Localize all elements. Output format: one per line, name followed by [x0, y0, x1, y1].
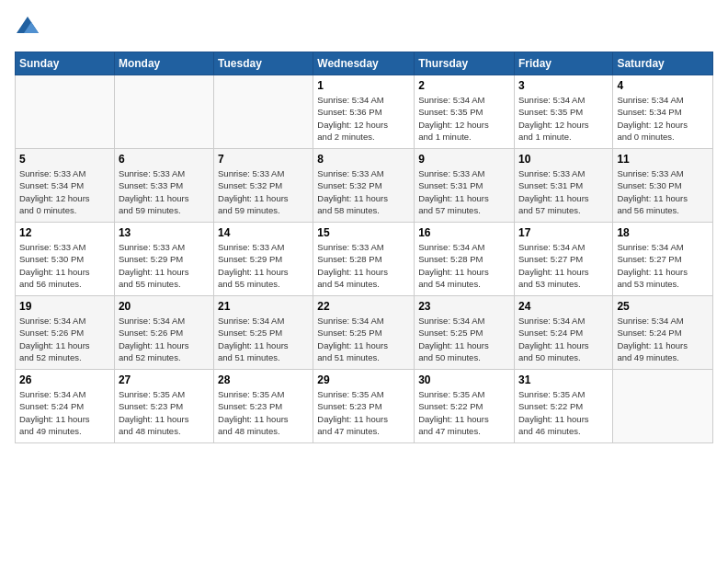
- calendar-body: 1Sunrise: 5:34 AM Sunset: 5:36 PM Daylig…: [16, 75, 713, 443]
- day-info: Sunrise: 5:33 AM Sunset: 5:32 PM Dayligh…: [317, 167, 410, 216]
- day-info: Sunrise: 5:34 AM Sunset: 5:26 PM Dayligh…: [19, 315, 110, 363]
- calendar-week-4: 19Sunrise: 5:34 AM Sunset: 5:26 PM Dayli…: [16, 296, 713, 370]
- day-info: Sunrise: 5:34 AM Sunset: 5:24 PM Dayligh…: [518, 315, 609, 363]
- weekday-header-tuesday: Tuesday: [214, 52, 313, 75]
- day-number: 1: [317, 79, 410, 92]
- calendar-cell: 27Sunrise: 5:35 AM Sunset: 5:23 PM Dayli…: [114, 370, 213, 443]
- day-info: Sunrise: 5:34 AM Sunset: 5:24 PM Dayligh…: [19, 388, 110, 437]
- calendar-cell: 2Sunrise: 5:34 AM Sunset: 5:35 PM Daylig…: [415, 75, 515, 149]
- weekday-header-wednesday: Wednesday: [313, 52, 415, 75]
- calendar-cell: [16, 75, 115, 149]
- day-info: Sunrise: 5:35 AM Sunset: 5:23 PM Dayligh…: [317, 388, 410, 437]
- weekday-row: SundayMondayTuesdayWednesdayThursdayFrid…: [16, 52, 713, 75]
- day-info: Sunrise: 5:34 AM Sunset: 5:35 PM Dayligh…: [518, 94, 609, 143]
- day-info: Sunrise: 5:33 AM Sunset: 5:34 PM Dayligh…: [19, 167, 110, 216]
- calendar-cell: 5Sunrise: 5:33 AM Sunset: 5:34 PM Daylig…: [16, 149, 115, 223]
- day-info: Sunrise: 5:34 AM Sunset: 5:34 PM Dayligh…: [617, 94, 709, 143]
- calendar-cell: 1Sunrise: 5:34 AM Sunset: 5:36 PM Daylig…: [313, 75, 415, 149]
- day-info: Sunrise: 5:33 AM Sunset: 5:31 PM Dayligh…: [518, 167, 609, 216]
- calendar-cell: 10Sunrise: 5:33 AM Sunset: 5:31 PM Dayli…: [514, 149, 612, 223]
- weekday-header-friday: Friday: [514, 52, 612, 75]
- day-number: 28: [218, 373, 309, 386]
- day-info: Sunrise: 5:33 AM Sunset: 5:29 PM Dayligh…: [218, 241, 309, 290]
- day-info: Sunrise: 5:33 AM Sunset: 5:33 PM Dayligh…: [119, 167, 210, 216]
- day-number: 27: [119, 373, 210, 386]
- day-number: 15: [317, 226, 410, 239]
- day-number: 21: [218, 300, 309, 313]
- calendar-cell: 30Sunrise: 5:35 AM Sunset: 5:22 PM Dayli…: [415, 370, 515, 443]
- day-number: 16: [418, 226, 510, 239]
- calendar-week-2: 5Sunrise: 5:33 AM Sunset: 5:34 PM Daylig…: [16, 149, 713, 223]
- calendar-week-1: 1Sunrise: 5:34 AM Sunset: 5:36 PM Daylig…: [16, 75, 713, 149]
- day-info: Sunrise: 5:34 AM Sunset: 5:36 PM Dayligh…: [317, 94, 410, 143]
- day-info: Sunrise: 5:33 AM Sunset: 5:28 PM Dayligh…: [317, 241, 410, 290]
- calendar-cell: 20Sunrise: 5:34 AM Sunset: 5:26 PM Dayli…: [114, 296, 213, 370]
- calendar-cell: [214, 75, 313, 149]
- day-number: 19: [19, 300, 110, 313]
- calendar-cell: 12Sunrise: 5:33 AM Sunset: 5:30 PM Dayli…: [16, 223, 115, 296]
- day-info: Sunrise: 5:34 AM Sunset: 5:25 PM Dayligh…: [418, 315, 510, 363]
- day-number: 29: [317, 373, 410, 386]
- calendar-cell: 11Sunrise: 5:33 AM Sunset: 5:30 PM Dayli…: [613, 149, 713, 223]
- logo: [15, 15, 44, 40]
- day-info: Sunrise: 5:34 AM Sunset: 5:25 PM Dayligh…: [218, 315, 309, 363]
- day-number: 23: [418, 300, 510, 313]
- calendar-cell: 4Sunrise: 5:34 AM Sunset: 5:34 PM Daylig…: [613, 75, 713, 149]
- day-info: Sunrise: 5:35 AM Sunset: 5:22 PM Dayligh…: [518, 388, 609, 437]
- calendar-cell: 14Sunrise: 5:33 AM Sunset: 5:29 PM Dayli…: [214, 223, 313, 296]
- day-number: 9: [418, 153, 510, 166]
- weekday-header-saturday: Saturday: [613, 52, 713, 75]
- day-number: 7: [218, 153, 309, 166]
- calendar-cell: 22Sunrise: 5:34 AM Sunset: 5:25 PM Dayli…: [313, 296, 415, 370]
- day-info: Sunrise: 5:35 AM Sunset: 5:23 PM Dayligh…: [218, 388, 309, 437]
- calendar-cell: 15Sunrise: 5:33 AM Sunset: 5:28 PM Dayli…: [313, 223, 415, 296]
- day-info: Sunrise: 5:34 AM Sunset: 5:24 PM Dayligh…: [617, 315, 709, 363]
- day-info: Sunrise: 5:35 AM Sunset: 5:22 PM Dayligh…: [418, 388, 510, 437]
- calendar-week-3: 12Sunrise: 5:33 AM Sunset: 5:30 PM Dayli…: [16, 223, 713, 296]
- day-info: Sunrise: 5:33 AM Sunset: 5:31 PM Dayligh…: [418, 167, 510, 216]
- day-info: Sunrise: 5:33 AM Sunset: 5:30 PM Dayligh…: [617, 167, 709, 216]
- calendar-header: SundayMondayTuesdayWednesdayThursdayFrid…: [16, 52, 713, 75]
- day-number: 8: [317, 153, 410, 166]
- calendar-cell: 24Sunrise: 5:34 AM Sunset: 5:24 PM Dayli…: [514, 296, 612, 370]
- day-number: 13: [119, 226, 210, 239]
- calendar-cell: 3Sunrise: 5:34 AM Sunset: 5:35 PM Daylig…: [514, 75, 612, 149]
- day-number: 10: [518, 153, 609, 166]
- day-number: 20: [119, 300, 210, 313]
- calendar-cell: 6Sunrise: 5:33 AM Sunset: 5:33 PM Daylig…: [114, 149, 213, 223]
- calendar-cell: 19Sunrise: 5:34 AM Sunset: 5:26 PM Dayli…: [16, 296, 115, 370]
- day-number: 31: [518, 373, 609, 386]
- day-number: 25: [617, 300, 709, 313]
- calendar-cell: 9Sunrise: 5:33 AM Sunset: 5:31 PM Daylig…: [415, 149, 515, 223]
- day-number: 6: [119, 153, 210, 166]
- calendar-cell: 13Sunrise: 5:33 AM Sunset: 5:29 PM Dayli…: [114, 223, 213, 296]
- day-number: 5: [19, 153, 110, 166]
- calendar-cell: 28Sunrise: 5:35 AM Sunset: 5:23 PM Dayli…: [214, 370, 313, 443]
- weekday-header-thursday: Thursday: [415, 52, 515, 75]
- calendar-cell: 17Sunrise: 5:34 AM Sunset: 5:27 PM Dayli…: [514, 223, 612, 296]
- calendar-cell: [114, 75, 213, 149]
- day-info: Sunrise: 5:33 AM Sunset: 5:32 PM Dayligh…: [218, 167, 309, 216]
- calendar-week-5: 26Sunrise: 5:34 AM Sunset: 5:24 PM Dayli…: [16, 370, 713, 443]
- calendar-cell: [613, 370, 713, 443]
- day-info: Sunrise: 5:34 AM Sunset: 5:35 PM Dayligh…: [418, 94, 510, 143]
- weekday-header-monday: Monday: [114, 52, 213, 75]
- day-number: 17: [518, 226, 609, 239]
- calendar-cell: 7Sunrise: 5:33 AM Sunset: 5:32 PM Daylig…: [214, 149, 313, 223]
- day-number: 12: [19, 226, 110, 239]
- day-info: Sunrise: 5:35 AM Sunset: 5:23 PM Dayligh…: [119, 388, 210, 437]
- day-number: 3: [518, 79, 609, 92]
- day-number: 11: [617, 153, 709, 166]
- calendar-cell: 29Sunrise: 5:35 AM Sunset: 5:23 PM Dayli…: [313, 370, 415, 443]
- day-number: 2: [418, 79, 510, 92]
- day-info: Sunrise: 5:34 AM Sunset: 5:28 PM Dayligh…: [418, 241, 510, 290]
- day-info: Sunrise: 5:33 AM Sunset: 5:29 PM Dayligh…: [119, 241, 210, 290]
- calendar-cell: 23Sunrise: 5:34 AM Sunset: 5:25 PM Dayli…: [415, 296, 515, 370]
- day-number: 26: [19, 373, 110, 386]
- logo-icon: [15, 15, 40, 40]
- calendar-cell: 31Sunrise: 5:35 AM Sunset: 5:22 PM Dayli…: [514, 370, 612, 443]
- calendar-table: SundayMondayTuesdayWednesdayThursdayFrid…: [15, 52, 713, 443]
- day-number: 14: [218, 226, 309, 239]
- day-number: 30: [418, 373, 510, 386]
- day-number: 22: [317, 300, 410, 313]
